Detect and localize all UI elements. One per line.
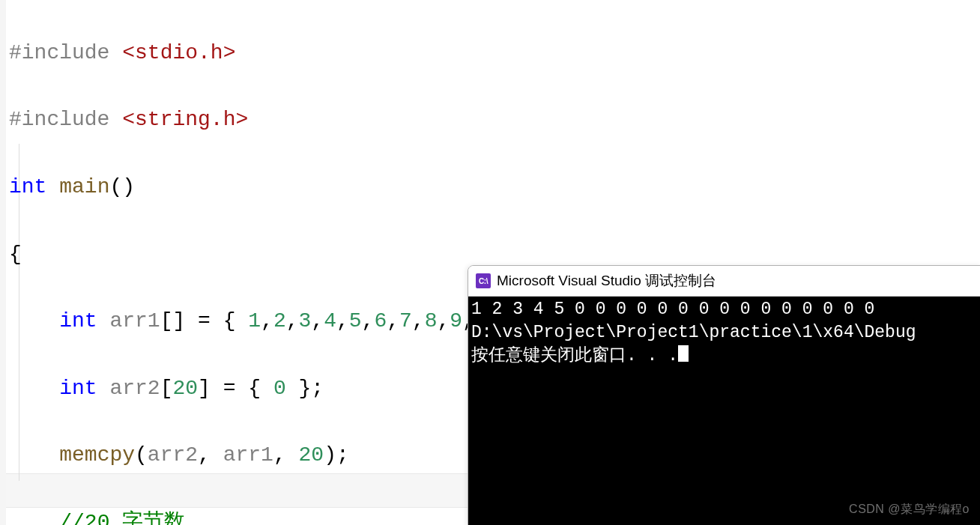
code-line[interactable]: int main() (9, 171, 980, 204)
console-line: 1 2 3 4 5 0 0 0 0 0 0 0 0 0 0 0 0 0 0 0 (471, 300, 874, 319)
console-line: D:\vs\Project\Project1\practice\1\x64\De… (471, 323, 916, 342)
header-name: <string.h> (122, 108, 248, 131)
code-line[interactable]: #include <stdio.h> (9, 37, 980, 70)
function-name: main (46, 175, 109, 198)
preprocessor: #include (9, 108, 109, 131)
code-line[interactable]: #include <string.h> (9, 103, 980, 137)
preprocessor: #include (9, 41, 109, 64)
cursor-icon (678, 345, 689, 362)
console-output[interactable]: 1 2 3 4 5 0 0 0 0 0 0 0 0 0 0 0 0 0 0 0 … (468, 297, 980, 525)
console-line: 按任意键关闭此窗口. . . (471, 346, 678, 365)
keyword: int (9, 175, 46, 198)
console-app-icon: C:\ (476, 273, 491, 288)
header-name: <stdio.h> (122, 41, 235, 64)
comment: //20 字节数 (59, 511, 185, 525)
debug-console-window[interactable]: C:\ Microsoft Visual Studio 调试控制台 1 2 3 … (468, 265, 980, 525)
console-titlebar[interactable]: C:\ Microsoft Visual Studio 调试控制台 (468, 266, 980, 297)
console-title: Microsoft Visual Studio 调试控制台 (497, 271, 716, 291)
